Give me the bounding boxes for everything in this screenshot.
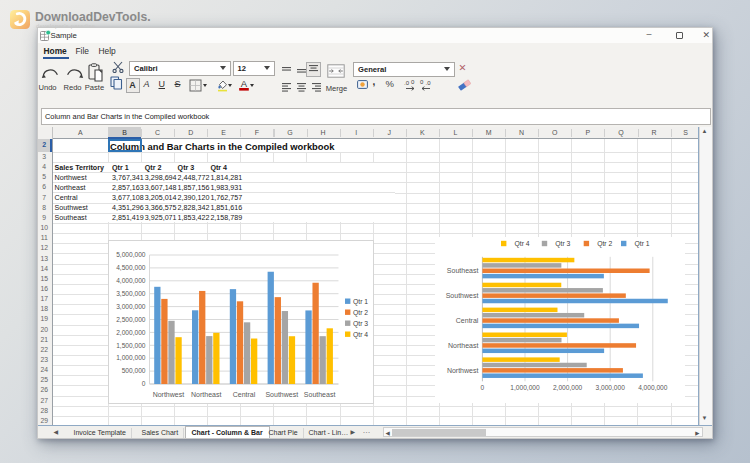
svg-text:A: A xyxy=(240,78,247,89)
svg-text:0: 0 xyxy=(420,79,424,85)
svg-text:Northwest: Northwest xyxy=(153,390,185,397)
svg-text:2,500,000: 2,500,000 xyxy=(116,315,146,322)
svg-text:Southeast: Southeast xyxy=(446,267,478,274)
svg-text:.0: .0 xyxy=(425,80,431,86)
svg-text:Qtr 3: Qtr 3 xyxy=(555,240,570,248)
svg-text:500,000: 500,000 xyxy=(122,367,146,374)
svg-text:Northwest: Northwest xyxy=(446,367,478,374)
svg-text:2,000,000: 2,000,000 xyxy=(552,384,582,391)
svg-text:3,000,000: 3,000,000 xyxy=(595,384,625,391)
svg-text:Southwest: Southwest xyxy=(265,390,298,397)
svg-text:Qtr 4: Qtr 4 xyxy=(514,240,529,248)
svg-text:1,500,000: 1,500,000 xyxy=(116,341,146,348)
svg-text:Central: Central xyxy=(233,390,256,397)
svg-text:1,000,000: 1,000,000 xyxy=(116,354,146,361)
svg-text:.0: .0 xyxy=(404,80,410,86)
svg-text:5,000,000: 5,000,000 xyxy=(116,251,146,258)
svg-text:Qtr 4: Qtr 4 xyxy=(353,330,368,338)
svg-text:3,500,000: 3,500,000 xyxy=(116,289,146,296)
svg-text:Qtr 2: Qtr 2 xyxy=(353,308,368,316)
svg-text:3,000,000: 3,000,000 xyxy=(116,302,146,309)
svg-text:4,000,000: 4,000,000 xyxy=(638,384,668,391)
svg-text:Southeast: Southeast xyxy=(304,390,336,397)
svg-text:1,000,000: 1,000,000 xyxy=(510,384,540,391)
svg-text:2,000,000: 2,000,000 xyxy=(116,328,146,335)
svg-text:0: 0 xyxy=(411,79,415,85)
svg-text:Qtr 1: Qtr 1 xyxy=(634,240,649,248)
svg-text:Northeast: Northeast xyxy=(191,390,221,397)
svg-text:0: 0 xyxy=(480,384,484,391)
svg-text:Qtr 1: Qtr 1 xyxy=(353,297,368,305)
svg-text:0: 0 xyxy=(142,380,146,387)
svg-text:Northeast: Northeast xyxy=(448,342,478,349)
svg-text:Southwest: Southwest xyxy=(445,292,478,299)
svg-text:Central: Central xyxy=(455,317,478,324)
svg-text:4,000,000: 4,000,000 xyxy=(116,277,146,284)
svg-text:4,500,000: 4,500,000 xyxy=(116,264,146,271)
svg-text:Qtr 2: Qtr 2 xyxy=(597,240,612,248)
svg-text:Qtr 3: Qtr 3 xyxy=(353,319,368,327)
